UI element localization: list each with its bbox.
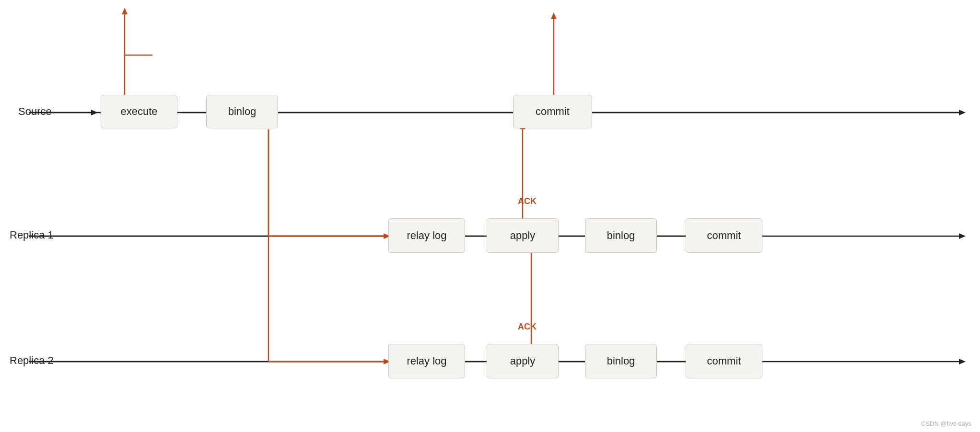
svg-marker-3 xyxy=(959,110,966,115)
svg-marker-25 xyxy=(551,12,557,19)
diagram: Source Replica 1 Replica 2 execute binlo… xyxy=(0,0,980,432)
svg-marker-13 xyxy=(122,8,128,14)
replica2-label: Replica 2 xyxy=(10,354,54,367)
svg-marker-4 xyxy=(959,233,966,239)
rep1-apply-node: apply xyxy=(487,218,559,253)
watermark: CSDN @five days xyxy=(921,420,971,427)
svg-marker-7 xyxy=(91,110,98,115)
src-execute-node: execute xyxy=(101,95,177,128)
rep2-binlog-node: binlog xyxy=(585,344,657,378)
rep2-commit-node: commit xyxy=(686,344,762,378)
rep2-relaylog-node: relay log xyxy=(388,344,465,378)
source-label: Source xyxy=(18,105,52,118)
ack1-label: ACK xyxy=(518,196,537,206)
rep1-commit-node: commit xyxy=(686,218,762,253)
svg-marker-5 xyxy=(959,359,966,364)
rep1-relaylog-node: relay log xyxy=(388,218,465,253)
src-commit-node: commit xyxy=(513,95,592,128)
rep2-apply-node: apply xyxy=(487,344,559,378)
rep1-binlog-node: binlog xyxy=(585,218,657,253)
replica1-label: Replica 1 xyxy=(10,229,54,241)
src-binlog-node: binlog xyxy=(206,95,278,128)
ack2-label: ACK xyxy=(518,322,537,332)
